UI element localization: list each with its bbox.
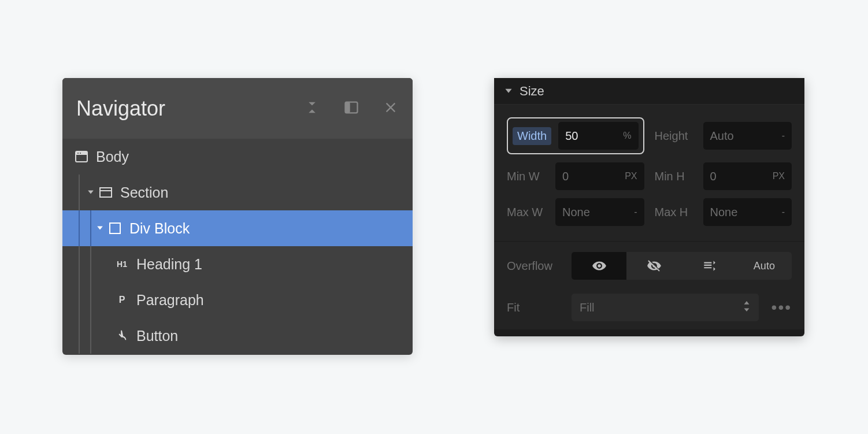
more-icon[interactable]: •••	[771, 305, 792, 310]
width-value: 50	[565, 129, 623, 143]
navigator-panel: Navigator Body	[62, 78, 413, 355]
eye-off-icon	[647, 258, 662, 273]
section-icon	[98, 187, 113, 198]
fit-select[interactable]: Fill	[572, 294, 759, 321]
overflow-scroll-button[interactable]	[682, 252, 737, 280]
panel-toggle-icon[interactable]	[343, 99, 359, 118]
maxh-field: Max H None -	[655, 198, 792, 226]
fit-value: Fill	[580, 301, 595, 314]
minh-label[interactable]: Min H	[655, 170, 696, 183]
maxw-label[interactable]: Max W	[507, 206, 548, 219]
width-label[interactable]: Width	[513, 127, 551, 145]
button-icon	[114, 329, 129, 342]
tree-item-heading[interactable]: H1 Heading 1	[62, 246, 413, 282]
overflow-row: Overflow Auto	[494, 244, 804, 288]
close-icon[interactable]	[383, 99, 399, 118]
size-panel: Size Width 50 % Height Auto -	[494, 78, 804, 336]
tree-label: Heading 1	[136, 256, 202, 273]
scroll-icon	[702, 258, 717, 273]
expand-arrow-icon[interactable]	[95, 225, 105, 232]
overflow-label: Overflow	[507, 259, 565, 273]
minw-label[interactable]: Min W	[507, 170, 548, 183]
minh-field: Min H 0 PX	[655, 162, 792, 190]
minw-input[interactable]: 0 PX	[555, 162, 644, 190]
tree-label: Div Block	[129, 220, 190, 237]
svg-point-4	[77, 153, 79, 154]
overflow-auto-label: Auto	[754, 260, 775, 272]
eye-icon	[592, 258, 607, 273]
overflow-hidden-button[interactable]	[626, 252, 681, 280]
height-label[interactable]: Height	[655, 129, 696, 143]
divider	[494, 241, 804, 242]
paragraph-icon: P	[114, 295, 129, 305]
overflow-auto-button[interactable]: Auto	[737, 252, 792, 280]
maxh-value: None	[710, 206, 782, 219]
chevron-down-icon	[505, 87, 513, 95]
svg-point-5	[80, 153, 81, 154]
maxh-unit[interactable]: -	[782, 207, 785, 217]
tree-label: Section	[120, 184, 168, 201]
height-value: Auto	[710, 129, 782, 143]
div-icon	[107, 222, 123, 234]
tree-item-divblock[interactable]: Div Block	[62, 210, 413, 246]
navigator-tree: Body Section Div Block	[62, 139, 413, 354]
tree-item-button[interactable]: Button	[62, 318, 413, 354]
maxw-input[interactable]: None -	[555, 198, 644, 226]
svg-rect-6	[100, 188, 112, 197]
width-unit[interactable]: %	[623, 131, 631, 141]
heading-icon: H1	[114, 259, 129, 269]
select-chevron-icon	[743, 301, 751, 314]
height-unit[interactable]: -	[782, 131, 785, 141]
minw-unit[interactable]: PX	[625, 171, 637, 181]
tree-label: Button	[136, 328, 178, 344]
expand-arrow-icon[interactable]	[86, 189, 96, 196]
minw-value: 0	[562, 170, 625, 183]
tree-item-section[interactable]: Section	[62, 175, 413, 210]
maxw-value: None	[562, 206, 634, 219]
width-input[interactable]: 50 %	[558, 122, 638, 150]
maxh-label[interactable]: Max H	[655, 206, 696, 219]
overflow-visible-button[interactable]	[572, 252, 626, 280]
minh-value: 0	[710, 170, 773, 183]
overflow-segmented: Auto	[572, 252, 792, 280]
maxw-field: Max W None -	[507, 198, 644, 226]
height-field: Height Auto -	[655, 117, 792, 154]
svg-rect-1	[346, 102, 350, 113]
navigator-header: Navigator	[62, 78, 413, 139]
body-icon	[74, 151, 89, 162]
height-input[interactable]: Auto -	[703, 122, 792, 150]
maxh-input[interactable]: None -	[703, 198, 792, 226]
svg-rect-8	[110, 223, 120, 233]
fit-row: Fit Fill •••	[494, 288, 804, 329]
size-header[interactable]: Size	[494, 78, 804, 105]
size-title: Size	[520, 84, 544, 99]
minw-field: Min W 0 PX	[507, 162, 644, 190]
collapse-icon[interactable]	[304, 99, 320, 118]
minh-input[interactable]: 0 PX	[703, 162, 792, 190]
fit-label: Fit	[507, 301, 565, 314]
tree-label: Paragraph	[136, 292, 204, 309]
navigator-title: Navigator	[76, 97, 304, 121]
tree-item-paragraph[interactable]: P Paragraph	[62, 282, 413, 318]
tree-label: Body	[96, 149, 129, 165]
width-field-highlight: Width 50 %	[507, 117, 644, 154]
tree-item-body[interactable]: Body	[62, 139, 413, 175]
maxw-unit[interactable]: -	[634, 207, 637, 217]
minh-unit[interactable]: PX	[773, 171, 785, 181]
